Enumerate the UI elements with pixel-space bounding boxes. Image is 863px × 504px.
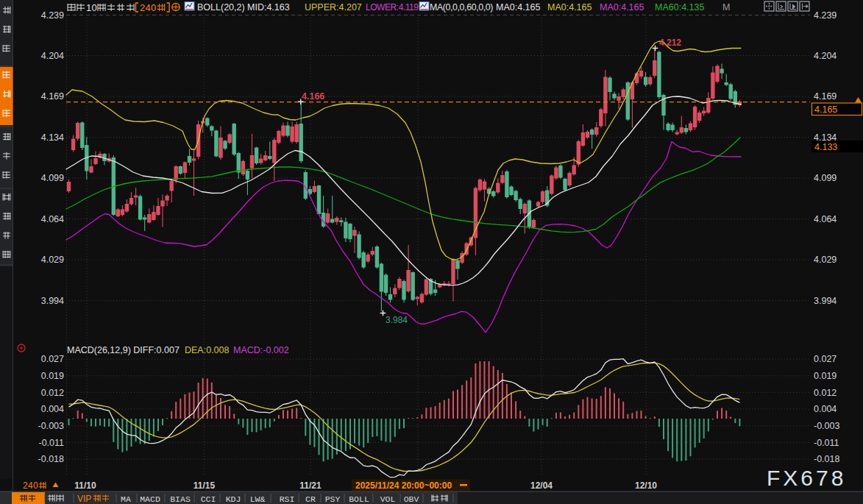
- svg-text:MA60:4.135: MA60:4.135: [655, 2, 704, 13]
- svg-text:MA0:4.165: MA0:4.165: [600, 2, 644, 13]
- svg-text:CCI: CCI: [201, 494, 216, 504]
- svg-text:0: 0: [92, 2, 97, 13]
- svg-text:0.012: 0.012: [814, 388, 837, 398]
- svg-text:RSI: RSI: [280, 494, 295, 504]
- svg-text:4: 4: [146, 2, 151, 13]
- svg-text:0.027: 0.027: [814, 354, 837, 364]
- svg-text:0: 0: [151, 2, 156, 13]
- svg-text:4.099: 4.099: [41, 173, 64, 183]
- svg-text:4.166: 4.166: [302, 91, 324, 102]
- svg-text:4.064: 4.064: [814, 214, 837, 224]
- svg-text:0.019: 0.019: [814, 371, 837, 381]
- svg-text:4.169: 4.169: [41, 91, 64, 102]
- svg-text:4.133: 4.133: [814, 142, 837, 152]
- svg-text:4.029: 4.029: [814, 255, 837, 265]
- svg-text:LW&: LW&: [250, 494, 266, 504]
- svg-text:11/15: 11/15: [193, 480, 216, 491]
- svg-text:4.239: 4.239: [41, 10, 64, 21]
- svg-text:PSY: PSY: [325, 494, 341, 504]
- svg-text:4.165: 4.165: [814, 104, 837, 115]
- svg-text:MACD: MACD: [140, 494, 160, 504]
- svg-text:MID:4.163: MID:4.163: [247, 2, 290, 13]
- svg-text:MA0:4.165: MA0:4.165: [496, 2, 541, 13]
- svg-text:MA0:4.165: MA0:4.165: [547, 2, 592, 13]
- svg-text:BOLL(20,2): BOLL(20,2): [197, 2, 245, 13]
- svg-text:4.212: 4.212: [659, 38, 681, 48]
- svg-text:0.004: 0.004: [41, 404, 64, 414]
- svg-text:M: M: [722, 2, 730, 13]
- svg-text:UPPER:4.207: UPPER:4.207: [305, 2, 362, 13]
- svg-text:FX678: FX678: [767, 466, 846, 490]
- svg-text:11/21: 11/21: [299, 480, 322, 491]
- svg-text:3.984: 3.984: [386, 315, 408, 325]
- svg-text:0: 0: [33, 480, 38, 491]
- svg-text:CR: CR: [305, 494, 316, 504]
- svg-text:-0.003: -0.003: [814, 421, 839, 431]
- svg-text:4.204: 4.204: [814, 51, 837, 61]
- svg-text:MACD(26,12,9) DIFF:0.007: MACD(26,12,9) DIFF:0.007: [67, 345, 180, 355]
- svg-text:3.994: 3.994: [814, 296, 837, 306]
- svg-text:2025/11/24 20:00~00:00: 2025/11/24 20:00~00:00: [355, 480, 452, 491]
- svg-text:MA(0,0,0,60,0,0): MA(0,0,0,60,0,0): [430, 2, 493, 13]
- svg-text:4.239: 4.239: [814, 10, 837, 21]
- svg-text:MACD:-0.002: MACD:-0.002: [233, 345, 289, 355]
- svg-text:2: 2: [140, 2, 145, 13]
- svg-text:KDJ: KDJ: [226, 494, 241, 504]
- svg-text:OBV: OBV: [404, 494, 419, 504]
- svg-text:VOL: VOL: [380, 494, 396, 504]
- svg-text:0.012: 0.012: [41, 388, 64, 398]
- svg-text:4.099: 4.099: [814, 173, 837, 183]
- svg-text:1: 1: [86, 2, 91, 13]
- svg-text:-0.018: -0.018: [38, 454, 64, 464]
- svg-text:LOWER:4.119: LOWER:4.119: [366, 2, 419, 13]
- svg-text:BOLL: BOLL: [349, 494, 369, 504]
- svg-text:VIP: VIP: [77, 494, 91, 504]
- svg-text:2: 2: [23, 480, 28, 491]
- svg-text:11/10: 11/10: [74, 480, 96, 491]
- svg-text:3.994: 3.994: [41, 296, 64, 306]
- svg-text:MA: MA: [121, 494, 131, 504]
- svg-text:4.064: 4.064: [41, 214, 64, 224]
- svg-text:0.027: 0.027: [41, 354, 64, 364]
- svg-text:0.019: 0.019: [41, 371, 64, 381]
- svg-text:0.004: 0.004: [814, 404, 837, 414]
- svg-text:4.029: 4.029: [41, 255, 64, 265]
- svg-text:-0.018: -0.018: [814, 454, 839, 464]
- svg-text:BIAS: BIAS: [170, 494, 191, 504]
- svg-text:12/10: 12/10: [635, 480, 657, 491]
- svg-text:4.134: 4.134: [41, 132, 64, 143]
- svg-text:4.169: 4.169: [814, 91, 837, 102]
- svg-text:4.204: 4.204: [41, 51, 64, 61]
- svg-text:-0.011: -0.011: [38, 438, 64, 448]
- svg-text:12/04: 12/04: [530, 480, 553, 491]
- svg-text:-0.003: -0.003: [38, 421, 64, 431]
- svg-text:-0.011: -0.011: [814, 438, 839, 448]
- svg-text:DEA:0.008: DEA:0.008: [185, 345, 230, 355]
